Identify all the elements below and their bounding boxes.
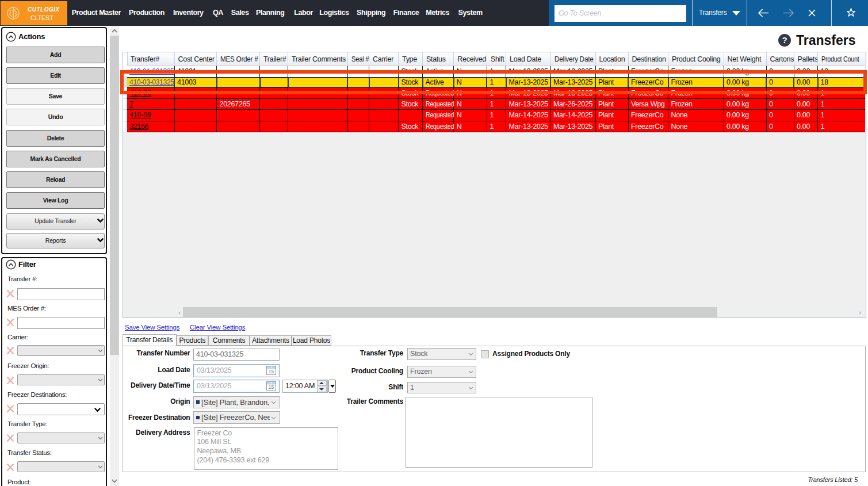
svg-text:15: 15 [268, 369, 274, 374]
svg-text:15: 15 [268, 384, 274, 390]
